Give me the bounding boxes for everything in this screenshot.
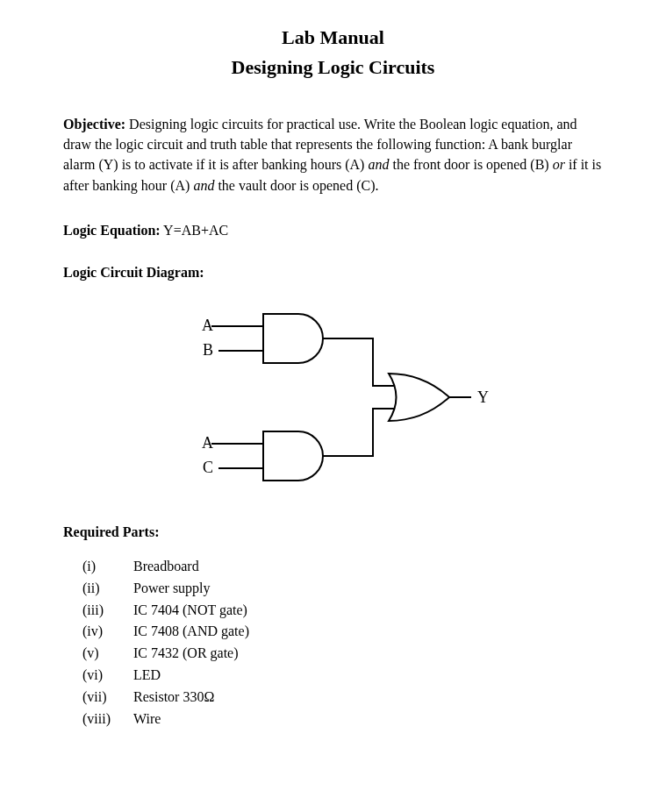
list-item: (ii) Power supply (82, 578, 603, 600)
logic-diagram-svg: A B A C Y (175, 296, 491, 498)
objective-and-1: and (368, 157, 389, 172)
list-item: (iv) IC 7408 (AND gate) (82, 621, 603, 643)
required-parts-list: (i) Breadboard (ii) Power supply (iii) I… (82, 556, 603, 730)
logic-equation-paragraph: Logic Equation: Y=AB+AC (63, 220, 603, 240)
logic-equation-label: Logic Equation: (63, 223, 161, 238)
output-label-y: Y (477, 388, 489, 406)
list-item-text: Wire (133, 709, 161, 730)
input-label-a-bottom: A (202, 434, 213, 452)
list-item: (v) IC 7432 (OR gate) (82, 643, 603, 665)
and-gate-top-icon (263, 314, 323, 363)
list-item: (i) Breadboard (82, 556, 603, 578)
objective-text-4: the vault door is opened (C). (214, 178, 378, 193)
list-item: (vi) LED (82, 665, 603, 687)
list-item: (viii) Wire (82, 709, 603, 730)
list-item-text: Breadboard (133, 556, 199, 578)
list-item-number: (iv) (82, 621, 119, 643)
and-gate-bottom-icon (263, 431, 323, 481)
list-item-number: (vi) (82, 665, 119, 687)
list-item-number: (iii) (82, 600, 119, 622)
list-item: (iii) IC 7404 (NOT gate) (82, 600, 603, 622)
logic-circuit-diagram: A B A C Y (63, 296, 603, 498)
document-page: Lab Manual Designing Logic Circuits Obje… (0, 0, 666, 756)
list-item-number: (i) (82, 556, 119, 578)
required-parts-label: Required Parts: (63, 524, 603, 540)
list-item-number: (v) (82, 643, 119, 665)
objective-or: or (553, 157, 565, 172)
list-item-text: IC 7404 (NOT gate) (133, 600, 247, 622)
list-item-text: IC 7408 (AND gate) (133, 621, 249, 643)
list-item-text: LED (133, 665, 161, 687)
page-subtitle: Designing Logic Circuits (63, 56, 603, 79)
list-item-number: (viii) (82, 709, 119, 730)
objective-and-2: and (193, 178, 214, 193)
objective-label: Objective: (63, 117, 125, 132)
list-item: (vii) Resistor 330Ω (82, 687, 603, 709)
list-item-text: Resistor 330Ω (133, 687, 214, 709)
logic-equation-value: Y=AB+AC (161, 223, 228, 238)
input-label-c: C (203, 459, 213, 476)
input-label-b: B (203, 341, 213, 359)
list-item-number: (ii) (82, 578, 119, 600)
list-item-text: Power supply (133, 578, 211, 600)
page-title: Lab Manual (63, 26, 603, 49)
list-item-number: (vii) (82, 687, 119, 709)
or-gate-icon (389, 374, 449, 421)
diagram-label: Logic Circuit Diagram: (63, 265, 603, 281)
objective-paragraph: Objective: Designing logic circuits for … (63, 114, 603, 196)
input-label-a-top: A (202, 317, 213, 334)
objective-text-2: the front door is opened (B) (389, 157, 552, 172)
list-item-text: IC 7432 (OR gate) (133, 643, 239, 665)
